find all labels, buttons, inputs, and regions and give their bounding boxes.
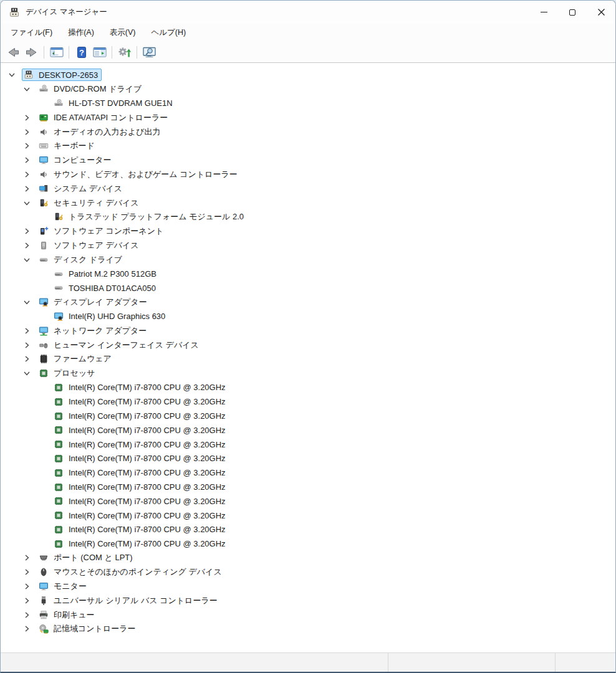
expand-toggle[interactable] (21, 553, 37, 563)
tree-item[interactable]: Intel(R) Core(TM) i7-8700 CPU @ 3.20GHz (1, 452, 615, 466)
help-icon: ? (75, 46, 88, 59)
tree-item[interactable]: Intel(R) Core(TM) i7-8700 CPU @ 3.20GHz (1, 537, 615, 551)
usb-plug-icon (39, 596, 49, 606)
expand-toggle[interactable] (21, 567, 37, 577)
expand-toggle[interactable] (21, 610, 37, 620)
tree-item[interactable]: セキュリティ デバイス (1, 196, 615, 210)
tree-item-label: モニター (54, 581, 87, 592)
tree-item-label: TOSHIBA DT01ACA050 (69, 284, 156, 293)
expand-toggle[interactable] (21, 354, 37, 364)
tree-item[interactable]: HL-DT-ST DVDRAM GUE1N (1, 97, 615, 111)
tree-item[interactable]: Intel(R) UHD Graphics 630 (1, 310, 615, 324)
tree-item[interactable]: ディスプレイ アダプター (1, 295, 615, 310)
tree-item-label: Intel(R) Core(TM) i7-8700 CPU @ 3.20GHz (69, 383, 226, 392)
tree-item[interactable]: コンピューター (1, 153, 615, 168)
collapse-toggle[interactable] (21, 297, 37, 307)
tree-item[interactable]: Intel(R) Core(TM) i7-8700 CPU @ 3.20GHz (1, 480, 615, 494)
tree-node: DVD/CD-ROM ドライブ (37, 82, 145, 96)
expand-toggle[interactable] (21, 340, 37, 350)
collapse-toggle[interactable] (21, 84, 37, 94)
tree-item[interactable]: モニター (1, 580, 615, 594)
expand-toggle[interactable] (21, 127, 37, 137)
security-device-icon (39, 198, 49, 208)
toolbar-separator (44, 46, 44, 59)
network-adapter-icon (39, 326, 49, 336)
show-console-tree-button[interactable] (47, 44, 65, 60)
expand-toggle[interactable] (21, 113, 37, 123)
computer-node-icon (24, 70, 34, 80)
expand-toggle[interactable] (21, 184, 37, 194)
tree-item[interactable]: Intel(R) Core(TM) i7-8700 CPU @ 3.20GHz (1, 381, 615, 395)
tree-item[interactable]: Intel(R) Core(TM) i7-8700 CPU @ 3.20GHz (1, 423, 615, 437)
chevron-spacer (36, 397, 52, 407)
tree-node: HL-DT-ST DVDRAM GUE1N (52, 97, 176, 110)
tree-item[interactable]: DESKTOP-2653 (1, 68, 615, 82)
tree-item[interactable]: マウスとそのほかのポインティング デバイス (1, 565, 615, 580)
help-button[interactable]: ? (72, 44, 90, 60)
expand-toggle[interactable] (21, 155, 37, 165)
tree-item-label: ディスプレイ アダプター (54, 297, 147, 308)
expand-toggle[interactable] (21, 141, 37, 151)
show-action-pane-button[interactable] (90, 44, 108, 60)
tree-item[interactable]: ソフトウェア デバイス (1, 239, 615, 253)
minimize-button[interactable] (529, 1, 558, 24)
tree-item[interactable]: Intel(R) Core(TM) i7-8700 CPU @ 3.20GHz (1, 409, 615, 423)
tree-item[interactable]: ユニバーサル シリアル バス コントローラー (1, 593, 615, 608)
scan-hardware-changes-button[interactable] (115, 44, 133, 60)
tree-item[interactable]: プロセッサ (1, 366, 615, 381)
tree-item[interactable]: ディスク ドライブ (1, 252, 615, 267)
processor-icon (54, 539, 64, 549)
back-button[interactable] (4, 44, 22, 60)
collapse-toggle[interactable] (21, 368, 37, 378)
tree-item[interactable]: ファームウェア (1, 352, 615, 366)
tree-item[interactable]: Patriot M.2 P300 512GB (1, 267, 615, 281)
tree-item[interactable]: Intel(R) Core(TM) i7-8700 CPU @ 3.20GHz (1, 437, 615, 452)
menu-file[interactable]: ファイル(F) (4, 25, 59, 41)
tree-item[interactable]: TOSHIBA DT01ACA050 (1, 281, 615, 295)
speaker-icon (39, 127, 49, 137)
tree-node: Intel(R) Core(TM) i7-8700 CPU @ 3.20GHz (52, 523, 229, 536)
close-button[interactable] (587, 1, 615, 24)
tree-item[interactable]: Intel(R) Core(TM) i7-8700 CPU @ 3.20GHz (1, 508, 615, 523)
tree-item[interactable]: サウンド、ビデオ、およびゲーム コントローラー (1, 168, 615, 182)
tree-item[interactable]: Intel(R) Core(TM) i7-8700 CPU @ 3.20GHz (1, 494, 615, 508)
tree-node: Patriot M.2 P300 512GB (52, 268, 160, 280)
tree-item[interactable]: ネットワーク アダプター (1, 323, 615, 338)
menu-action[interactable]: 操作(A) (62, 25, 100, 41)
expand-toggle[interactable] (21, 326, 37, 336)
tree-node: プロセッサ (37, 366, 99, 380)
tree-item[interactable]: ヒューマン インターフェイス デバイス (1, 338, 615, 352)
tree-item[interactable]: DVD/CD-ROM ドライブ (1, 82, 615, 97)
tree-item[interactable]: 記憶域コントローラー (1, 622, 615, 636)
tree-item[interactable]: キーボード (1, 139, 615, 153)
tree-item[interactable]: オーディオの入力および出力 (1, 125, 615, 139)
collapse-toggle[interactable] (21, 198, 37, 208)
tree-item[interactable]: Intel(R) Core(TM) i7-8700 CPU @ 3.20GHz (1, 523, 615, 537)
collapse-toggle[interactable] (6, 70, 22, 80)
tree-item[interactable]: Intel(R) Core(TM) i7-8700 CPU @ 3.20GHz (1, 465, 615, 480)
monitor-blue-icon (39, 155, 49, 165)
expand-toggle[interactable] (21, 226, 37, 236)
status-pane (388, 653, 555, 672)
expand-toggle[interactable] (21, 581, 37, 591)
tree-item[interactable]: 印刷キュー (1, 608, 615, 622)
tree-item[interactable]: システム デバイス (1, 181, 615, 196)
tree-item[interactable]: Intel(R) Core(TM) i7-8700 CPU @ 3.20GHz (1, 394, 615, 409)
expand-toggle[interactable] (21, 596, 37, 606)
device-search-button[interactable] (140, 44, 158, 60)
tree-node: マウスとそのほかのポインティング デバイス (37, 565, 226, 579)
expand-toggle[interactable] (21, 169, 37, 179)
maximize-button[interactable] (558, 1, 587, 24)
tree-item[interactable]: IDE ATA/ATAPI コントローラー (1, 110, 615, 125)
menu-view[interactable]: 表示(V) (103, 25, 142, 41)
forward-button[interactable] (22, 44, 41, 60)
collapse-toggle[interactable] (21, 255, 37, 265)
device-manager-window: デバイス マネージャー ファイル(F)操作(A)表示(V)ヘルプ(H) ? DE… (0, 0, 616, 673)
chevron-spacer (36, 312, 52, 322)
tree-item[interactable]: ポート (COM と LPT) (1, 551, 615, 565)
menu-help[interactable]: ヘルプ(H) (145, 25, 192, 41)
expand-toggle[interactable] (21, 624, 37, 634)
tree-item[interactable]: トラステッド プラットフォーム モジュール 2.0 (1, 210, 615, 224)
tree-item[interactable]: ソフトウェア コンポーネント (1, 224, 615, 239)
expand-toggle[interactable] (21, 241, 37, 251)
